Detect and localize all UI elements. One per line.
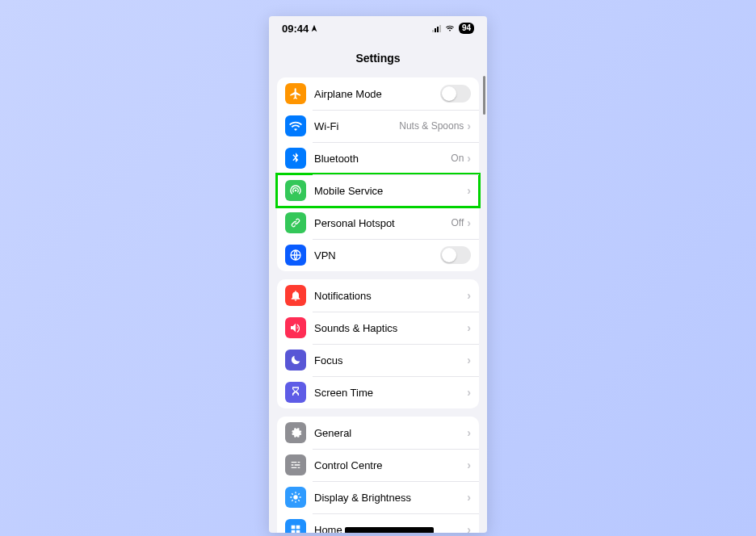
settings-group: General›Control Centre›Display & Brightn…	[277, 417, 479, 533]
airplane-icon	[285, 83, 306, 104]
battery-indicator: 94	[459, 23, 474, 34]
row-vpn[interactable]: VPN	[277, 239, 479, 271]
moon-icon	[285, 350, 306, 371]
redacted-text	[345, 527, 434, 533]
row-value: Nuts & Spoons	[399, 120, 464, 132]
row-hotspot[interactable]: Personal HotspotOff›	[277, 207, 479, 239]
row-label: Display & Brightness	[314, 492, 467, 504]
chevron-right-icon: ›	[467, 184, 471, 197]
chevron-right-icon: ›	[467, 386, 471, 399]
chevron-right-icon: ›	[467, 119, 471, 132]
chevron-right-icon: ›	[467, 523, 471, 533]
cellular-signal-icon	[432, 24, 441, 32]
bluetooth-icon	[285, 148, 306, 169]
row-home-screen[interactable]: Home ›	[277, 513, 479, 533]
row-sounds[interactable]: Sounds & Haptics›	[277, 312, 479, 344]
switches-icon	[285, 454, 306, 475]
chevron-right-icon: ›	[467, 354, 471, 366]
row-focus[interactable]: Focus›	[277, 344, 479, 376]
link-icon	[285, 212, 306, 233]
row-label: Focus	[314, 354, 467, 366]
status-left: 09:44	[282, 23, 318, 35]
row-label: Personal Hotspot	[314, 217, 452, 229]
scroll-indicator	[483, 76, 485, 115]
row-wifi[interactable]: Wi-FiNuts & Spoons›	[277, 110, 479, 142]
row-label: Sounds & Haptics	[314, 322, 467, 334]
grid-icon	[285, 519, 306, 533]
speaker-icon	[285, 317, 306, 338]
status-right: 94	[432, 23, 474, 34]
row-label: Airplane Mode	[314, 88, 440, 100]
globe-icon	[285, 245, 306, 266]
row-label: Wi-Fi	[314, 120, 399, 132]
row-label: General	[314, 427, 467, 439]
row-label: Bluetooth	[314, 153, 451, 165]
vpn-toggle[interactable]	[440, 246, 471, 264]
chevron-right-icon: ›	[467, 289, 471, 302]
settings-list[interactable]: Airplane ModeWi-FiNuts & Spoons›Bluetoot…	[269, 73, 487, 533]
settings-group: Airplane ModeWi-FiNuts & Spoons›Bluetoot…	[277, 77, 479, 271]
chevron-right-icon: ›	[467, 459, 471, 471]
row-control-centre[interactable]: Control Centre›	[277, 449, 479, 481]
status-time: 09:44	[282, 23, 309, 35]
row-general[interactable]: General›	[277, 417, 479, 449]
airplane-toggle[interactable]	[440, 85, 471, 103]
phone-frame: 09:44 94 Settings Airplane ModeWi-FiNuts…	[269, 16, 487, 533]
row-value: On	[451, 153, 464, 164]
row-notifications[interactable]: Notifications›	[277, 279, 479, 312]
wifi-icon	[285, 115, 306, 136]
row-label: Mobile Service	[314, 185, 467, 197]
row-screentime[interactable]: Screen Time›	[277, 376, 479, 408]
hourglass-icon	[285, 382, 306, 403]
wifi-icon	[444, 24, 456, 32]
row-display[interactable]: Display & Brightness›	[277, 481, 479, 513]
chevron-right-icon: ›	[467, 321, 471, 334]
chevron-right-icon: ›	[467, 426, 471, 439]
page-title: Settings	[269, 40, 487, 73]
gear-icon	[285, 422, 306, 443]
row-bluetooth[interactable]: BluetoothOn›	[277, 142, 479, 174]
sun-icon	[285, 487, 306, 508]
row-label: VPN	[314, 249, 440, 262]
row-label: Notifications	[314, 290, 467, 302]
row-label: Home	[314, 524, 467, 534]
chevron-right-icon: ›	[467, 216, 471, 229]
row-mobile[interactable]: Mobile Service›	[277, 174, 479, 207]
row-label: Control Centre	[314, 459, 467, 471]
status-bar: 09:44 94	[269, 16, 487, 40]
chevron-right-icon: ›	[467, 152, 471, 165]
location-icon	[310, 24, 318, 32]
row-airplane[interactable]: Airplane Mode	[277, 77, 479, 110]
chevron-right-icon: ›	[467, 491, 471, 504]
row-label: Screen Time	[314, 387, 467, 399]
settings-group: Notifications›Sounds & Haptics›Focus›Scr…	[277, 279, 479, 408]
row-value: Off	[452, 217, 464, 228]
bell-icon	[285, 285, 306, 306]
antenna-icon	[285, 180, 306, 201]
